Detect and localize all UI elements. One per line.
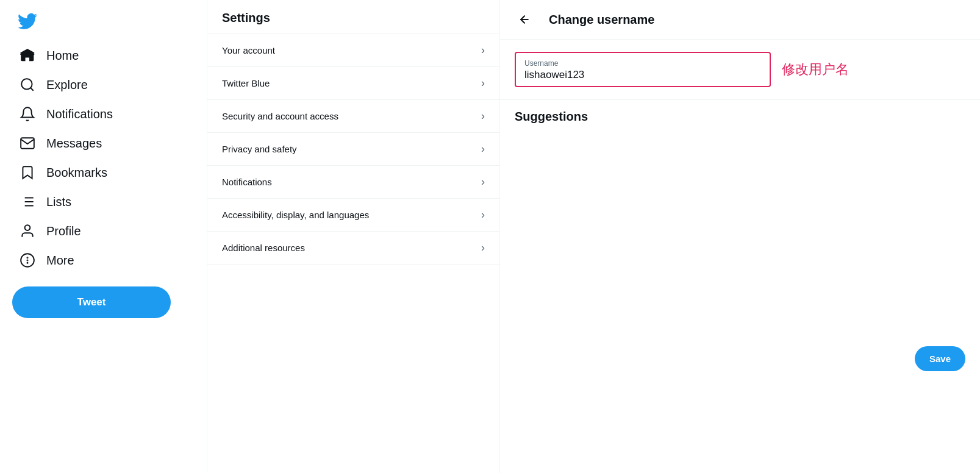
more-icon	[20, 252, 35, 268]
chevron-right-icon: ›	[481, 44, 485, 57]
twitter-logo[interactable]	[12, 6, 43, 37]
sidebar-item-messages[interactable]: Messages	[12, 129, 195, 157]
change-username-header: Change username	[500, 0, 980, 40]
chinese-annotation: 修改用户名	[782, 60, 849, 79]
chevron-right-icon: ›	[481, 143, 485, 155]
sidebar-item-profile[interactable]: Profile	[12, 217, 195, 245]
suggestions-title: Suggestions	[515, 110, 965, 124]
settings-item-security[interactable]: Security and account access ›	[207, 100, 499, 133]
back-button[interactable]	[515, 10, 534, 29]
username-input-wrapper[interactable]: Username lishaowei123	[515, 52, 771, 87]
settings-panel: Settings Your account › Twitter Blue › S…	[207, 0, 500, 473]
suggestions-section: Suggestions	[500, 100, 980, 140]
sidebar-item-label: Lists	[46, 195, 71, 209]
sidebar-item-home[interactable]: Home	[12, 41, 195, 69]
svg-point-0	[21, 79, 32, 89]
sidebar-item-bookmarks[interactable]: Bookmarks	[12, 158, 195, 187]
sidebar: Home Explore Notifications Messages Book…	[0, 0, 207, 473]
settings-item-notifications[interactable]: Notifications ›	[207, 166, 499, 199]
sidebar-item-label: Explore	[46, 78, 88, 92]
username-field-value: lishaowei123	[524, 69, 584, 80]
settings-item-your-account[interactable]: Your account ›	[207, 34, 499, 67]
sidebar-item-label: Bookmarks	[46, 166, 107, 180]
sidebar-item-label: Profile	[46, 224, 81, 238]
messages-icon	[20, 135, 35, 151]
change-username-title: Change username	[549, 13, 654, 27]
sidebar-item-label: Home	[46, 49, 79, 63]
settings-item-accessibility[interactable]: Accessibility, display, and languages ›	[207, 199, 499, 232]
username-field-label: Username	[524, 59, 761, 68]
svg-line-1	[30, 88, 34, 91]
settings-item-privacy[interactable]: Privacy and safety ›	[207, 133, 499, 166]
sidebar-item-notifications[interactable]: Notifications	[12, 100, 195, 128]
sidebar-item-label: Notifications	[46, 107, 113, 121]
svg-point-14	[27, 260, 27, 260]
change-username-panel: Change username Username lishaowei123 修改…	[500, 0, 980, 473]
save-button[interactable]: Save	[915, 346, 965, 371]
sidebar-item-label: More	[46, 254, 74, 268]
lists-icon	[20, 194, 35, 210]
chevron-right-icon: ›	[481, 208, 485, 221]
tweet-button[interactable]: Tweet	[12, 286, 171, 318]
sidebar-item-more[interactable]: More	[12, 246, 195, 274]
chevron-right-icon: ›	[481, 77, 485, 90]
bookmarks-icon	[20, 165, 35, 180]
settings-item-additional[interactable]: Additional resources ›	[207, 232, 499, 265]
chevron-right-icon: ›	[481, 241, 485, 254]
svg-point-8	[25, 225, 30, 230]
chevron-right-icon: ›	[481, 110, 485, 123]
svg-point-15	[27, 263, 27, 263]
chevron-right-icon: ›	[481, 176, 485, 188]
notifications-icon	[20, 106, 35, 122]
explore-icon	[20, 77, 35, 93]
sidebar-item-label: Messages	[46, 137, 102, 151]
home-icon	[20, 48, 35, 63]
settings-item-twitter-blue[interactable]: Twitter Blue ›	[207, 67, 499, 100]
svg-point-13	[27, 257, 27, 258]
sidebar-item-lists[interactable]: Lists	[12, 188, 195, 216]
profile-icon	[20, 223, 35, 239]
settings-title: Settings	[207, 0, 499, 34]
sidebar-item-explore[interactable]: Explore	[12, 71, 195, 99]
